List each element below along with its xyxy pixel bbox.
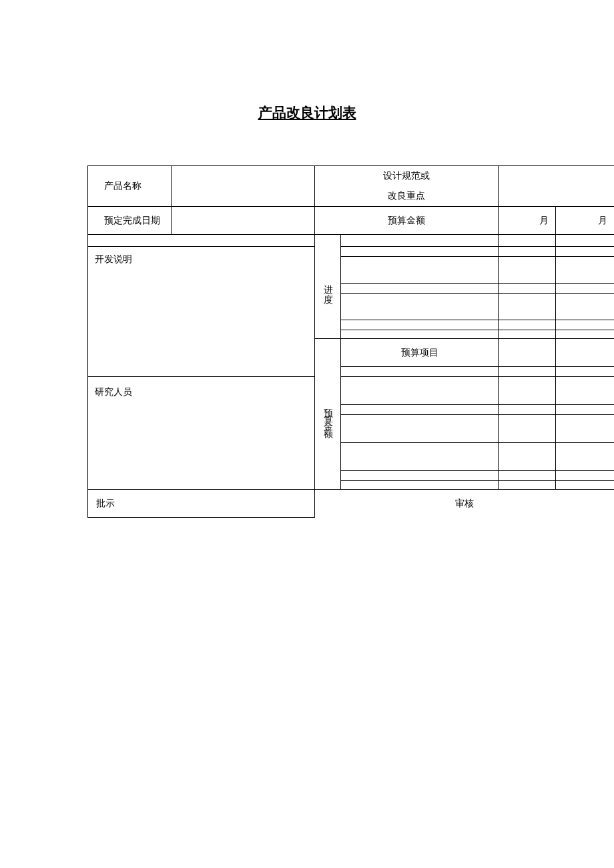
cell-progress-r4-m1	[499, 284, 556, 294]
cell-budget-r3-m2	[556, 405, 614, 415]
cell-budget-r4-m1	[499, 415, 556, 443]
cell-progress-r5-m2	[556, 294, 614, 320]
cell-budget-h-m1	[499, 339, 556, 367]
label-product-name: 产品名称	[88, 166, 172, 207]
plan-table: 产品名称 设计规范或 改良重点 预定完成日期 预算金额 月 月 进度	[87, 165, 614, 518]
cell-planned-date-value	[172, 207, 315, 235]
cell-progress-r2	[341, 247, 499, 257]
cell-budget-r2-m2	[556, 377, 614, 405]
cell-progress-r3-m1	[499, 257, 556, 284]
label-design-spec-line2: 改良重点	[315, 186, 499, 207]
cell-progress-r6	[341, 320, 499, 330]
label-researchers: 研究人员	[88, 377, 315, 490]
cell-budget-r1-m1	[499, 367, 556, 377]
cell-progress-r3	[341, 257, 499, 284]
document-title: 产品改良计划表	[0, 103, 614, 122]
cell-budget-r6-m2	[556, 471, 614, 481]
cell-progress-r7-m2	[556, 330, 614, 339]
cell-budget-r1-m2	[556, 367, 614, 377]
cell-month-2: 月	[556, 207, 614, 235]
cell-budget-r1	[341, 367, 499, 377]
cell-design-spec-value	[499, 166, 614, 207]
cell-progress-r1	[341, 235, 499, 247]
cell-progress-r2-m2	[556, 247, 614, 257]
cell-budget-r3-m1	[499, 405, 556, 415]
cell-progress-r7-m1	[499, 330, 556, 339]
label-budget-amount-vertical: 预算金额	[315, 339, 341, 490]
cell-progress-r1-m1	[499, 235, 556, 247]
cell-progress-r5-m1	[499, 294, 556, 320]
cell-progress-r6-m2	[556, 320, 614, 330]
cell-progress-r2-m1	[499, 247, 556, 257]
cell-progress-r4-m2	[556, 284, 614, 294]
cell-budget-r2	[341, 377, 499, 405]
cell-spacer-left	[88, 235, 315, 247]
cell-month-1: 月	[499, 207, 556, 235]
cell-budget-r5	[341, 443, 499, 471]
cell-progress-r3-m2	[556, 257, 614, 284]
cell-budget-r7-m2	[556, 481, 614, 490]
cell-budget-r4	[341, 415, 499, 443]
label-budget-item: 预算项目	[341, 339, 499, 367]
cell-budget-h-m2	[556, 339, 614, 367]
cell-progress-r1-m2	[556, 235, 614, 247]
cell-progress-r4	[341, 284, 499, 294]
cell-progress-r6-m1	[499, 320, 556, 330]
cell-budget-r6-m1	[499, 471, 556, 481]
cell-product-name-value	[172, 166, 315, 207]
cell-budget-r7-m1	[499, 481, 556, 490]
label-planned-date: 预定完成日期	[88, 207, 172, 235]
label-review: 审核	[315, 490, 614, 518]
label-design-spec-line1: 设计规范或	[315, 166, 499, 186]
label-progress: 进度	[315, 235, 341, 339]
label-approval: 批示	[88, 490, 315, 518]
cell-progress-r7	[341, 330, 499, 339]
cell-budget-r6	[341, 471, 499, 481]
cell-progress-r5	[341, 294, 499, 320]
cell-budget-r3	[341, 405, 499, 415]
cell-budget-r7	[341, 481, 499, 490]
cell-budget-r5-m2	[556, 443, 614, 471]
cell-budget-r2-m1	[499, 377, 556, 405]
label-dev-desc: 开发说明	[88, 247, 315, 377]
cell-budget-r5-m1	[499, 443, 556, 471]
label-budget-amount: 预算金额	[315, 207, 499, 235]
cell-budget-r4-m2	[556, 415, 614, 443]
